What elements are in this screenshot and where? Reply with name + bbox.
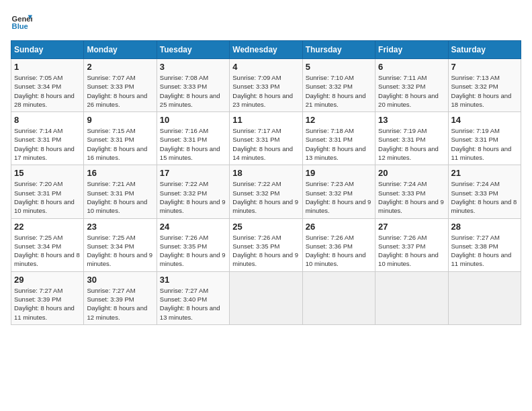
calendar-week-3: 15Sunrise: 7:20 AMSunset: 3:31 PMDayligh… <box>11 165 521 218</box>
day-info: Sunrise: 7:26 AMSunset: 3:36 PMDaylight:… <box>306 233 372 269</box>
day-number: 28 <box>451 222 518 232</box>
calendar-cell: 13Sunrise: 7:19 AMSunset: 3:31 PMDayligh… <box>375 112 448 165</box>
day-info: Sunrise: 7:13 AMSunset: 3:32 PMDaylight:… <box>451 73 518 109</box>
calendar-cell: 21Sunrise: 7:24 AMSunset: 3:33 PMDayligh… <box>448 165 521 218</box>
calendar-cell: 9Sunrise: 7:15 AMSunset: 3:31 PMDaylight… <box>84 112 157 165</box>
day-info: Sunrise: 7:20 AMSunset: 3:31 PMDaylight:… <box>14 179 81 215</box>
day-info: Sunrise: 7:25 AMSunset: 3:34 PMDaylight:… <box>14 233 81 269</box>
day-info: Sunrise: 7:24 AMSunset: 3:33 PMDaylight:… <box>451 179 518 215</box>
calendar-cell <box>375 271 448 324</box>
calendar-cell: 30Sunrise: 7:27 AMSunset: 3:39 PMDayligh… <box>84 271 157 324</box>
day-number: 11 <box>232 115 299 125</box>
day-info: Sunrise: 7:26 AMSunset: 3:35 PMDaylight:… <box>232 233 299 269</box>
day-info: Sunrise: 7:27 AMSunset: 3:38 PMDaylight:… <box>451 233 518 269</box>
calendar-cell: 12Sunrise: 7:18 AMSunset: 3:31 PMDayligh… <box>302 112 375 165</box>
calendar-cell: 4Sunrise: 7:09 AMSunset: 3:33 PMDaylight… <box>230 59 302 112</box>
calendar-week-5: 29Sunrise: 7:27 AMSunset: 3:39 PMDayligh… <box>11 271 521 324</box>
calendar-cell: 15Sunrise: 7:20 AMSunset: 3:31 PMDayligh… <box>11 165 84 218</box>
calendar-cell: 10Sunrise: 7:16 AMSunset: 3:31 PMDayligh… <box>157 112 229 165</box>
day-number: 10 <box>160 115 226 125</box>
day-info: Sunrise: 7:14 AMSunset: 3:31 PMDaylight:… <box>14 126 81 162</box>
day-info: Sunrise: 7:22 AMSunset: 3:32 PMDaylight:… <box>160 179 226 215</box>
calendar-cell: 18Sunrise: 7:22 AMSunset: 3:32 PMDayligh… <box>230 165 302 218</box>
calendar-table: SundayMondayTuesdayWednesdayThursdayFrid… <box>11 40 521 325</box>
calendar-cell: 22Sunrise: 7:25 AMSunset: 3:34 PMDayligh… <box>11 218 84 271</box>
header-row: SundayMondayTuesdayWednesdayThursdayFrid… <box>11 41 521 59</box>
day-number: 30 <box>87 275 153 285</box>
day-number: 1 <box>14 62 81 72</box>
logo: General Blue <box>11 11 32 32</box>
day-number: 8 <box>14 115 81 125</box>
day-info: Sunrise: 7:08 AMSunset: 3:33 PMDaylight:… <box>160 73 226 109</box>
calendar-cell: 29Sunrise: 7:27 AMSunset: 3:39 PMDayligh… <box>11 271 84 324</box>
col-header-thursday: Thursday <box>302 41 375 59</box>
day-number: 6 <box>378 62 445 72</box>
calendar-cell: 23Sunrise: 7:25 AMSunset: 3:34 PMDayligh… <box>84 218 157 271</box>
col-header-tuesday: Tuesday <box>157 41 229 59</box>
svg-text:Blue: Blue <box>12 22 28 30</box>
calendar-cell: 19Sunrise: 7:23 AMSunset: 3:32 PMDayligh… <box>302 165 375 218</box>
day-info: Sunrise: 7:22 AMSunset: 3:32 PMDaylight:… <box>232 179 299 215</box>
calendar-cell: 20Sunrise: 7:24 AMSunset: 3:33 PMDayligh… <box>375 165 448 218</box>
day-info: Sunrise: 7:10 AMSunset: 3:32 PMDaylight:… <box>306 73 372 109</box>
day-info: Sunrise: 7:26 AMSunset: 3:37 PMDaylight:… <box>378 233 445 269</box>
day-number: 31 <box>160 275 226 285</box>
day-number: 19 <box>306 168 372 178</box>
col-header-friday: Friday <box>375 41 448 59</box>
calendar-cell: 17Sunrise: 7:22 AMSunset: 3:32 PMDayligh… <box>157 165 229 218</box>
calendar-week-2: 8Sunrise: 7:14 AMSunset: 3:31 PMDaylight… <box>11 112 521 165</box>
calendar-cell: 28Sunrise: 7:27 AMSunset: 3:38 PMDayligh… <box>448 218 521 271</box>
col-header-saturday: Saturday <box>448 41 521 59</box>
day-info: Sunrise: 7:17 AMSunset: 3:31 PMDaylight:… <box>232 126 299 162</box>
day-number: 13 <box>378 115 445 125</box>
day-number: 18 <box>232 168 299 178</box>
calendar-cell: 14Sunrise: 7:19 AMSunset: 3:31 PMDayligh… <box>448 112 521 165</box>
day-info: Sunrise: 7:19 AMSunset: 3:31 PMDaylight:… <box>378 126 445 162</box>
day-number: 3 <box>160 62 226 72</box>
calendar-cell: 7Sunrise: 7:13 AMSunset: 3:32 PMDaylight… <box>448 59 521 112</box>
day-info: Sunrise: 7:27 AMSunset: 3:40 PMDaylight:… <box>160 286 226 322</box>
day-info: Sunrise: 7:23 AMSunset: 3:32 PMDaylight:… <box>306 179 372 215</box>
day-number: 27 <box>378 222 445 232</box>
day-info: Sunrise: 7:27 AMSunset: 3:39 PMDaylight:… <box>87 286 153 322</box>
day-info: Sunrise: 7:25 AMSunset: 3:34 PMDaylight:… <box>87 233 153 269</box>
day-number: 29 <box>14 275 81 285</box>
day-number: 20 <box>378 168 445 178</box>
day-number: 23 <box>87 222 153 232</box>
calendar-week-1: 1Sunrise: 7:05 AMSunset: 3:34 PMDaylight… <box>11 59 521 112</box>
day-number: 26 <box>306 222 372 232</box>
day-number: 24 <box>160 222 226 232</box>
calendar-cell: 31Sunrise: 7:27 AMSunset: 3:40 PMDayligh… <box>157 271 229 324</box>
day-number: 25 <box>232 222 299 232</box>
calendar-cell <box>230 271 302 324</box>
calendar-cell: 5Sunrise: 7:10 AMSunset: 3:32 PMDaylight… <box>302 59 375 112</box>
calendar-cell: 26Sunrise: 7:26 AMSunset: 3:36 PMDayligh… <box>302 218 375 271</box>
day-info: Sunrise: 7:15 AMSunset: 3:31 PMDaylight:… <box>87 126 153 162</box>
day-info: Sunrise: 7:26 AMSunset: 3:35 PMDaylight:… <box>160 233 226 269</box>
calendar-cell <box>448 271 521 324</box>
calendar-cell: 25Sunrise: 7:26 AMSunset: 3:35 PMDayligh… <box>230 218 302 271</box>
calendar-cell: 24Sunrise: 7:26 AMSunset: 3:35 PMDayligh… <box>157 218 229 271</box>
day-info: Sunrise: 7:27 AMSunset: 3:39 PMDaylight:… <box>14 286 81 322</box>
day-number: 14 <box>451 115 518 125</box>
day-info: Sunrise: 7:16 AMSunset: 3:31 PMDaylight:… <box>160 126 226 162</box>
calendar-cell: 8Sunrise: 7:14 AMSunset: 3:31 PMDaylight… <box>11 112 84 165</box>
day-number: 21 <box>451 168 518 178</box>
calendar-cell: 1Sunrise: 7:05 AMSunset: 3:34 PMDaylight… <box>11 59 84 112</box>
day-info: Sunrise: 7:11 AMSunset: 3:32 PMDaylight:… <box>378 73 445 109</box>
calendar-cell: 16Sunrise: 7:21 AMSunset: 3:31 PMDayligh… <box>84 165 157 218</box>
calendar-cell: 2Sunrise: 7:07 AMSunset: 3:33 PMDaylight… <box>84 59 157 112</box>
day-info: Sunrise: 7:18 AMSunset: 3:31 PMDaylight:… <box>306 126 372 162</box>
day-number: 4 <box>232 62 299 72</box>
day-number: 15 <box>14 168 81 178</box>
calendar-week-4: 22Sunrise: 7:25 AMSunset: 3:34 PMDayligh… <box>11 218 521 271</box>
calendar-cell <box>302 271 375 324</box>
day-number: 7 <box>451 62 518 72</box>
day-info: Sunrise: 7:19 AMSunset: 3:31 PMDaylight:… <box>451 126 518 162</box>
day-number: 12 <box>306 115 372 125</box>
day-number: 17 <box>160 168 226 178</box>
calendar-cell: 3Sunrise: 7:08 AMSunset: 3:33 PMDaylight… <box>157 59 229 112</box>
day-info: Sunrise: 7:07 AMSunset: 3:33 PMDaylight:… <box>87 73 153 109</box>
day-number: 5 <box>306 62 372 72</box>
day-info: Sunrise: 7:21 AMSunset: 3:31 PMDaylight:… <box>87 179 153 215</box>
